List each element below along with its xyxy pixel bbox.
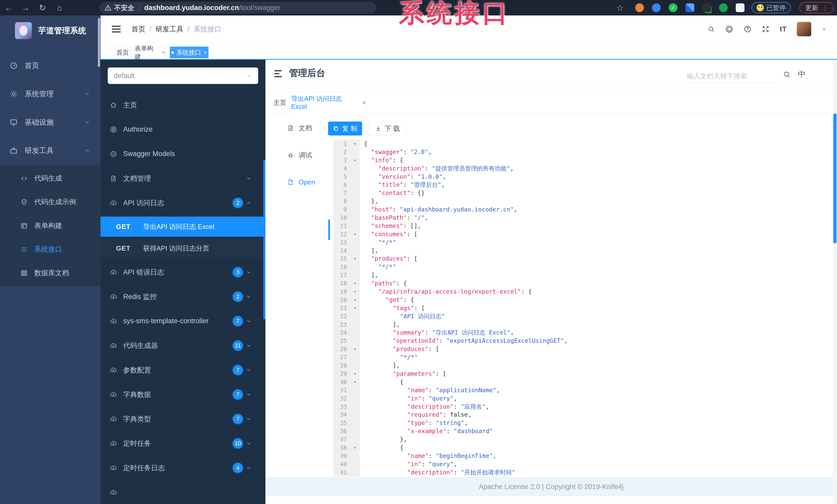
browser-forward-icon[interactable] xyxy=(17,3,34,13)
paused-button[interactable]: 已暂停 xyxy=(751,2,791,13)
extension-icon-leaf[interactable] xyxy=(719,3,728,12)
swagger-item-label: 文档管理 xyxy=(123,174,246,183)
page-scrollbar-thumb[interactable] xyxy=(833,113,836,243)
sidebar-scrollbar[interactable] xyxy=(98,18,100,67)
swagger-menu-item[interactable]: Authorize xyxy=(101,117,265,142)
breadcrumb-tools[interactable]: 研发工具 xyxy=(156,24,183,34)
code-line: 10"basePath": "/", xyxy=(334,214,833,222)
swagger-menu-item[interactable]: 文档管理 xyxy=(101,166,265,191)
extension-icon-puzzle[interactable] xyxy=(736,3,745,12)
chevron-icon xyxy=(246,416,251,422)
bookmark-star-icon[interactable] xyxy=(617,3,624,13)
swagger-scrollbar-thumb[interactable] xyxy=(263,160,265,319)
sidebar-menu-item[interactable]: 系统管理 xyxy=(0,80,101,108)
sidebar-menu-item[interactable]: 研发工具 xyxy=(0,136,101,165)
doc-search-input[interactable] xyxy=(687,70,778,82)
sidebar-submenu-item[interactable]: 代码生成 xyxy=(0,166,101,190)
browser-home-icon[interactable] xyxy=(51,3,68,13)
count-badge: 7 xyxy=(233,365,243,375)
swagger-menu-item[interactable]: Swagger Models xyxy=(101,142,265,166)
tag-home[interactable]: 首页 xyxy=(115,46,131,58)
close-icon[interactable] xyxy=(204,49,207,56)
browser-menu-icon[interactable] xyxy=(821,4,828,12)
extension-icon-green-check[interactable]: ✓ xyxy=(669,3,677,12)
api-operation-label: 导出API 访问日志 Excel xyxy=(143,222,214,231)
code-line: 36"x-example": "dashboard" xyxy=(334,427,833,435)
address-bar[interactable]: 不安全 | dashboard.yudao.iocoder.cn/tool/sw… xyxy=(99,2,376,14)
swagger-item-label: 代码生成器 xyxy=(123,341,233,350)
browser-back-icon[interactable] xyxy=(0,3,17,13)
swagger-menu-item[interactable]: 主页 xyxy=(101,93,265,117)
swagger-item-icon xyxy=(110,199,117,207)
sidebar-submenu-item[interactable]: 表单构建 xyxy=(0,214,101,238)
url-host: dashboard.yudao.iocoder.cn xyxy=(144,4,239,12)
swagger-menu-item[interactable]: sys-sms-template-controller 7 xyxy=(101,309,265,333)
sidebar-submenu-item[interactable]: 代码生成示例 xyxy=(0,190,101,214)
extension-icon-grid[interactable] xyxy=(685,3,694,12)
github-icon[interactable] xyxy=(725,25,733,33)
topbar: 首页 / 研发工具 / 系统接口 tT xyxy=(101,16,837,43)
doc-search-icon[interactable] xyxy=(783,71,790,78)
submenu-item-label: 代码生成 xyxy=(34,173,62,183)
breadcrumb-home[interactable]: 首页 xyxy=(131,24,145,34)
sidebar-submenu-item[interactable]: 数据库文档 xyxy=(0,261,101,285)
close-icon[interactable] xyxy=(362,99,366,106)
rail-item-doc[interactable]: 文档 xyxy=(265,119,330,137)
chevron-icon xyxy=(246,318,251,324)
close-icon[interactable] xyxy=(162,49,165,56)
sidebar-menu-item[interactable]: 首页 xyxy=(0,52,101,80)
swagger-menu-item[interactable]: API 访问日志 2 xyxy=(101,191,265,215)
extension-icon-dark-green[interactable] xyxy=(702,3,711,12)
swagger-menu-item[interactable]: 参数配置 7 xyxy=(101,358,265,382)
chevron-icon xyxy=(246,294,251,300)
swagger-menu-item[interactable]: 代码生成器 11 xyxy=(101,333,265,358)
swagger-menu-item[interactable]: 定时任务日志 4 xyxy=(101,455,265,480)
submenu-item-icon xyxy=(21,246,28,253)
swagger-menu-item[interactable]: 定时任务 10 xyxy=(101,431,265,455)
avatar-caret-icon[interactable] xyxy=(821,26,827,32)
language-toggle-icon[interactable]: 中 xyxy=(798,69,805,79)
swagger-item-label: 定时任务 xyxy=(123,439,233,448)
swagger-menu-item[interactable]: API 错误日志 3 xyxy=(101,260,265,284)
api-group-select[interactable]: default xyxy=(108,68,258,84)
sidebar-menu-item[interactable]: 基础设施 xyxy=(0,108,101,136)
swagger-item-label: API 错误日志 xyxy=(123,267,233,277)
swagger-item-icon xyxy=(110,391,117,398)
download-button[interactable]: 下 载 xyxy=(368,122,407,135)
browser-update-button[interactable]: 更新 xyxy=(799,2,834,13)
doc-tab-export-api[interactable]: 导出API 访问日志 Excel xyxy=(291,92,366,113)
extension-icon-orange[interactable] xyxy=(635,3,644,12)
rail-item-open[interactable]: Open xyxy=(265,173,330,191)
api-operation-row[interactable]: GET 获得API 访问日志分页 xyxy=(101,238,265,258)
api-operation-row[interactable]: GET 导出API 访问日志 Excel xyxy=(101,217,265,237)
tag-system-api[interactable]: 系统接口 xyxy=(170,46,209,58)
swagger-menu-item[interactable]: Redis 监控 2 xyxy=(101,284,265,309)
app-logo-row[interactable]: 芋道管理系统 xyxy=(0,16,101,46)
swagger-menu-item[interactable]: 字典类型 7 xyxy=(101,407,265,431)
help-icon[interactable] xyxy=(744,25,751,33)
code-line: 18▾"paths": { xyxy=(334,279,833,288)
hamburger-icon[interactable] xyxy=(112,24,121,34)
fullscreen-icon[interactable] xyxy=(762,25,769,33)
avatar[interactable] xyxy=(797,22,811,36)
browser-reload-icon[interactable] xyxy=(34,3,51,13)
emoji-face-icon xyxy=(756,4,764,11)
rail-item-debug[interactable]: 调试 xyxy=(265,146,330,164)
breadcrumb-separator: / xyxy=(149,25,152,33)
page-scrollbar[interactable] xyxy=(833,60,837,504)
extension-icon-blue[interactable] xyxy=(652,3,661,12)
code-line: 38▾{ xyxy=(334,444,833,452)
code-editor[interactable]: 1▾{2"swagger": "2.0",3▾"info": {4"descri… xyxy=(334,140,833,477)
swagger-menu-item[interactable]: 字典数据 7 xyxy=(101,382,265,407)
swagger-menu-item[interactable] xyxy=(101,480,265,504)
doc-tab-home[interactable]: 主页 xyxy=(270,92,290,113)
chevron-icon xyxy=(246,392,251,397)
copy-button[interactable]: 复 制 xyxy=(328,122,362,135)
swagger-item-icon xyxy=(110,126,117,133)
font-size-icon[interactable]: tT xyxy=(780,25,786,33)
count-badge: 7 xyxy=(233,414,243,424)
code-line: 25"operationId": "exportApiAccessLogExce… xyxy=(334,337,833,345)
tag-form-builder[interactable]: 表单构建 xyxy=(135,46,165,58)
search-icon[interactable] xyxy=(708,25,715,33)
sidebar-submenu-item[interactable]: 系统接口 xyxy=(0,238,101,261)
